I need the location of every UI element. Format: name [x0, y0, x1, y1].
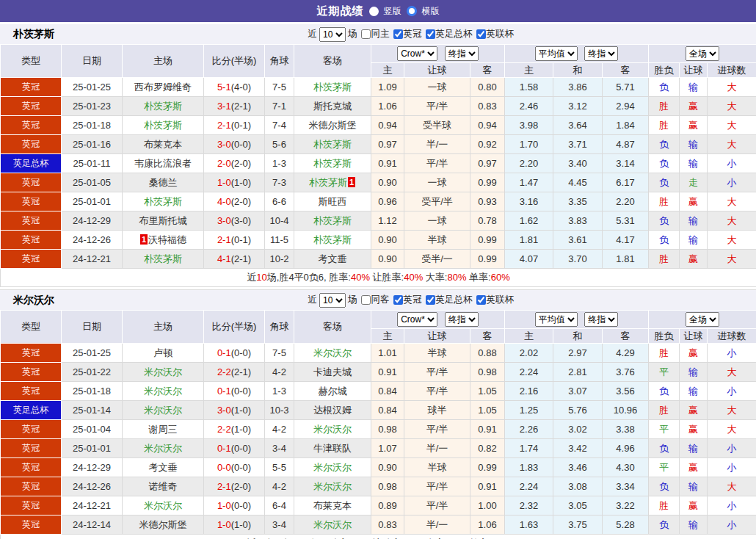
half-time-score: (0-1) [231, 234, 251, 245]
handicap-time-select[interactable]: 终指 [445, 312, 479, 327]
result-goals-cell: 大 [708, 231, 756, 250]
league-filter-checkbox[interactable] [476, 29, 486, 39]
handicap-away-odds-cell: 0.91 [470, 420, 505, 439]
home-team-cell: 米尔沃尔 [123, 363, 204, 382]
same-venue-label: 同主 [371, 28, 390, 40]
avg-draw-odds-cell: 5.76 [553, 401, 603, 420]
table-row: 英冠24-12-29布里斯托城3-0(3-0)10-4朴茨茅斯1.12一球0.7… [1, 211, 756, 231]
avg-away-odds-cell: 3.34 [603, 477, 649, 496]
half-time-score: (1-0) [231, 405, 251, 416]
corner-cell: 6-6 [265, 192, 294, 211]
average-odds-select[interactable]: 平均值 [535, 46, 578, 61]
summary-row: 近10场,胜4平0负6, 胜率:40% 让胜率:40% 大率:80% 单率:60… [1, 269, 756, 287]
result-goals-cell: 小 [708, 496, 756, 516]
team-name-text: 米尔沃尔 [313, 481, 352, 492]
handicap-home-odds-cell: 0.91 [371, 154, 404, 173]
handicap-odds-group-header: Crow* 终指 [371, 45, 505, 63]
scope-select[interactable]: 全场 [686, 312, 719, 327]
result-wdl-cell: 负 [649, 135, 680, 154]
result-goals-cell: 大 [708, 477, 756, 496]
handicap-away-odds-cell: 0.98 [470, 363, 505, 382]
avg-away-odds-cell: 3.56 [603, 382, 649, 401]
summary-row: 近10场,胜3平3负4, 胜率:30% 让胜率:50% 大率:40% 单率:70… [1, 535, 756, 539]
score-cell: 3-0(0-0) [204, 135, 265, 154]
result-goals-cell: 小 [708, 173, 756, 192]
average-odds-select[interactable]: 平均值 [535, 312, 578, 327]
league-filter-checkbox[interactable] [393, 295, 403, 305]
average-time-select[interactable]: 终指 [584, 46, 618, 61]
subcol-handicap-result: 让球 [680, 329, 708, 344]
matches-label: 场 [348, 294, 357, 306]
team-name-text: 朴茨茅斯 [144, 253, 182, 264]
away-team-cell: 朴茨茅斯 [294, 211, 371, 231]
avg-home-odds-cell: 1.58 [505, 78, 553, 97]
avg-home-odds-cell: 2.24 [505, 363, 553, 382]
col-header-home: 主场 [123, 311, 204, 344]
average-time-select[interactable]: 终指 [584, 312, 618, 327]
team-name-text: 米尔沃尔 [313, 347, 352, 358]
handicap-line-cell: 受半球 [404, 116, 470, 135]
handicap-time-select[interactable]: 终指 [445, 46, 479, 61]
league-cell: 英冠 [1, 135, 62, 154]
avg-draw-odds-cell: 3.35 [553, 192, 603, 211]
league-filter-checkbox[interactable] [476, 295, 486, 305]
away-team-cell: 米尔沃尔 [294, 420, 371, 439]
league-filter: 英足总杯 [426, 28, 473, 40]
result-goals-cell: 大 [708, 250, 756, 269]
league-filter-checkbox[interactable] [393, 29, 403, 39]
scope-select[interactable]: 全场 [686, 46, 719, 61]
layout-vertical-radio[interactable] [369, 7, 379, 16]
result-handicap-cell: 赢 [680, 97, 708, 116]
avg-away-odds-cell: 1.84 [603, 116, 649, 135]
layout-horizontal-radio[interactable] [407, 6, 417, 16]
table-row: 英冠24-12-29考文垂0-0(0-0)5-5米尔沃尔0.90半球0.991.… [1, 458, 756, 477]
away-team-cell: 卡迪夫城 [294, 363, 371, 382]
result-group-header: 全场 [649, 45, 756, 63]
corner-cell: 1-3 [265, 154, 294, 173]
summary-segment: 近 [247, 272, 256, 283]
team-name-text: 布里斯托城 [139, 215, 187, 226]
date-cell: 25-01-11 [62, 154, 123, 173]
full-time-score: 3-0 [217, 215, 231, 226]
home-team-cell: 朴茨茅斯 [123, 250, 204, 269]
handicap-home-odds-cell: 0.89 [371, 496, 404, 516]
avg-away-odds-cell: 2.20 [603, 192, 649, 211]
avg-draw-odds-cell: 3.42 [553, 439, 603, 458]
half-time-score: (0-0) [231, 443, 251, 454]
handicap-away-odds-cell: 0.92 [470, 135, 505, 154]
team-name-text: 桑德兰 [149, 177, 178, 188]
summary-cell: 近10场,胜3平3负4, 胜率:30% 让胜率:50% 大率:40% 单率:70… [1, 535, 756, 539]
handicap-line-cell: 受半/一 [404, 250, 470, 269]
full-time-score: 2-2 [217, 424, 231, 435]
league-cell: 英冠 [1, 420, 62, 439]
team-name-text: 米尔沃尔 [313, 519, 352, 530]
home-team-cell: 米尔沃尔 [123, 439, 204, 458]
same-venue-checkbox[interactable] [361, 29, 371, 39]
avg-home-odds-cell: 1.81 [505, 231, 553, 250]
handicap-away-odds-cell: 0.99 [470, 173, 505, 192]
league-filter-label: 英冠 [404, 294, 422, 306]
league-filter-checkbox[interactable] [426, 29, 435, 39]
match-count-select[interactable]: 10 [319, 27, 346, 42]
match-count-select[interactable]: 10 [319, 293, 346, 308]
team-name-text: 朴茨茅斯 [313, 82, 352, 93]
half-time-score: (0-0) [231, 500, 251, 511]
col-header-corner: 角球 [265, 311, 294, 344]
same-venue-checkbox[interactable] [361, 295, 371, 305]
result-wdl-cell: 负 [649, 516, 680, 535]
odds-provider-select[interactable]: Crow* [397, 46, 437, 61]
avg-home-odds-cell: 2.32 [505, 496, 553, 516]
full-time-score: 0-1 [217, 386, 231, 397]
corner-cell: 11-5 [265, 231, 294, 250]
col-header-score: 比分(半场) [204, 311, 265, 344]
league-filter-checkbox[interactable] [426, 295, 435, 305]
half-time-score: (0-0) [231, 462, 251, 473]
odds-provider-select[interactable]: Crow* [397, 312, 437, 327]
result-handicap-cell: 赢 [680, 496, 708, 516]
result-goals-cell: 大 [708, 116, 756, 135]
result-wdl-cell: 胜 [649, 192, 680, 211]
section-header: 朴茨茅斯 近 10 场 同主 英冠英足总杯英联杯 [0, 24, 756, 44]
result-handicap-cell: 输 [680, 154, 708, 173]
half-time-score: (1-0) [231, 177, 251, 188]
avg-home-odds-cell: 1.83 [505, 458, 553, 477]
